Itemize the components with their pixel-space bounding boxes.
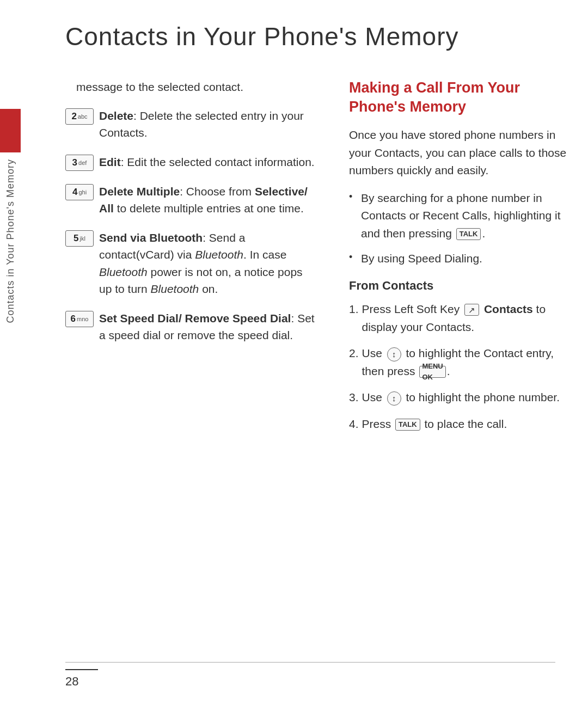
- key-badge-5jkl: 5jkl: [65, 230, 94, 247]
- menu-item-bluetooth: 5jkl Send via Bluetooth: Send a contact(…: [65, 229, 316, 298]
- key-badge-4ghi: 4ghi: [65, 184, 94, 200]
- bullet-item-search: By searching for a phone number in Conta…: [349, 189, 577, 243]
- step-4: 4. Press TALK to place the call.: [349, 415, 577, 433]
- side-tab-red-block: [0, 109, 21, 152]
- menu-text-delete-multiple: Delete Multiple: Choose from Selective/ …: [99, 183, 316, 217]
- menu-ok-key-icon: MENUOK: [419, 366, 445, 378]
- footer-divider: [65, 669, 98, 670]
- step-4-text: Press TALK to place the call.: [362, 415, 507, 433]
- step-1: 1. Press Left Soft Key ↗ Contacts to dis…: [349, 301, 577, 336]
- step-1-text: Press Left Soft Key ↗ Contacts to displa…: [362, 301, 577, 336]
- side-tab-label: Contacts in Your Phone's Memory: [5, 152, 16, 330]
- page-number: 28: [65, 675, 78, 688]
- menu-item-edit: 3def Edit: Edit the selected contact inf…: [65, 154, 316, 171]
- menu-item-speed-dial: 6mno Set Speed Dial/ Remove Speed Dial: …: [65, 310, 316, 344]
- page-title: Contacts in Your Phone's Memory: [33, 0, 588, 68]
- page-container: Contacts in Your Phone's Memory Contacts…: [0, 0, 588, 705]
- step-3-num: 3.: [349, 389, 359, 407]
- step-3-text: Use ↕ to highlight the phone number.: [362, 389, 560, 407]
- bullet-item-speed-dial: By using Speed Dialing.: [349, 250, 577, 268]
- menu-text-bluetooth: Send via Bluetooth: Send a contact(vCard…: [99, 229, 316, 298]
- left-column: message to the selected contact. 2abc De…: [65, 78, 322, 442]
- main-content: Contacts in Your Phone's Memory message …: [33, 0, 588, 705]
- making-call-intro: Once you have stored phone numbers in yo…: [349, 126, 577, 180]
- step-2-text: Use ↕ to highlight the Contact entry, th…: [362, 345, 577, 380]
- nav-key-icon-1: ↕: [387, 347, 401, 361]
- talk-key-icon: TALK: [456, 228, 481, 240]
- right-column: Making a Call From Your Phone's Memory O…: [344, 78, 577, 442]
- menu-item-delete-multiple: 4ghi Delete Multiple: Choose from Select…: [65, 183, 316, 217]
- step-4-num: 4.: [349, 415, 359, 433]
- side-tab: Contacts in Your Phone's Memory: [0, 109, 21, 479]
- from-contacts-title: From Contacts: [349, 279, 577, 293]
- step-1-num: 1.: [349, 301, 359, 318]
- menu-text-edit: Edit: Edit the selected contact informat…: [99, 154, 315, 171]
- talk-key-icon-2: TALK: [395, 419, 420, 431]
- soft-key-icon: ↗: [464, 304, 479, 316]
- page-footer: 28: [65, 662, 555, 689]
- numbered-steps: 1. Press Left Soft Key ↗ Contacts to dis…: [349, 301, 577, 433]
- nav-key-icon-2: ↕: [387, 391, 401, 406]
- step-2: 2. Use ↕ to highlight the Contact entry,…: [349, 345, 577, 380]
- key-badge-6mno: 6mno: [65, 311, 94, 327]
- two-column-layout: message to the selected contact. 2abc De…: [33, 78, 588, 442]
- key-badge-2abc: 2abc: [65, 108, 94, 125]
- step-2-num: 2.: [349, 345, 359, 363]
- section-title-making-call: Making a Call From Your Phone's Memory: [349, 78, 577, 117]
- left-intro-text: message to the selected contact.: [65, 78, 316, 96]
- key-badge-3def: 3def: [65, 155, 94, 171]
- menu-text-delete: Delete: Delete the selected entry in you…: [99, 107, 316, 142]
- bullet-list: By searching for a phone number in Conta…: [349, 189, 577, 268]
- step-3: 3. Use ↕ to highlight the phone number.: [349, 389, 577, 407]
- menu-item-delete: 2abc Delete: Delete the selected entry i…: [65, 107, 316, 142]
- menu-text-speed-dial: Set Speed Dial/ Remove Speed Dial: Set a…: [99, 310, 316, 344]
